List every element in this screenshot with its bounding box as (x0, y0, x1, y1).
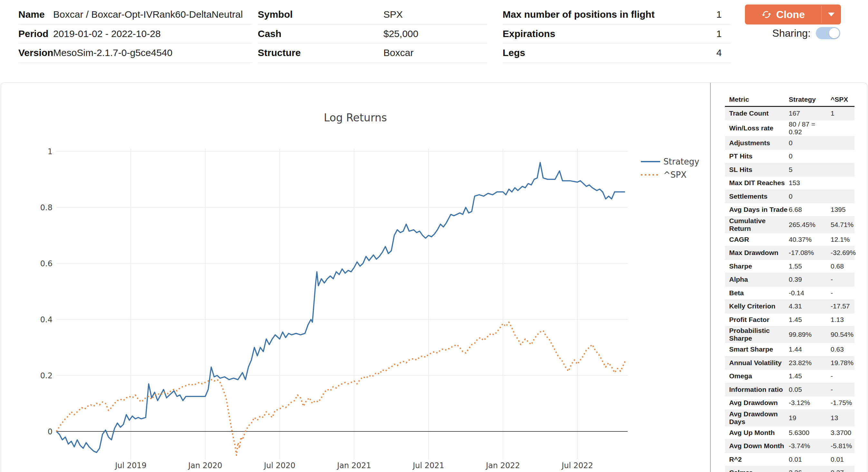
table-row: Smart Sharpe1.440.63 (725, 343, 855, 357)
metric-name: Omega (725, 370, 789, 383)
metric-value-strategy: 4.31 (789, 300, 831, 313)
content-panel: 00.20.40.60.81Jul 2019Jan 2020Jul 2020Ja… (1, 82, 867, 472)
sharing-toggle[interactable] (816, 27, 840, 39)
metric-value-strategy: 0 (789, 150, 831, 163)
x-tick-label: Jan 2022 (485, 461, 520, 470)
table-row: PT Hits0 (725, 150, 855, 163)
metric-name: Avg Days in Trade (725, 203, 789, 217)
header: Name Boxcar / Boxcar-Opt-IVRank60-DeltaN… (0, 0, 868, 82)
metrics-col-spx: ^SPX (831, 96, 855, 107)
structure-value: Boxcar (383, 47, 413, 58)
metric-value-strategy: 5.6300 (789, 426, 831, 439)
legend-item-strategy[interactable]: Strategy (641, 157, 699, 166)
chart-title: Log Returns (324, 111, 387, 124)
table-row: Max DIT Reaches153 (725, 176, 855, 190)
metric-value-spx: 0.01 (831, 453, 855, 466)
metric-value-strategy: 99.89% (789, 327, 831, 343)
sharing-control: Sharing: (754, 26, 840, 40)
max-positions-label: Max number of positions in flight (503, 9, 655, 20)
metric-name: Kelly Criterion (725, 300, 789, 313)
max-positions-value: 1 (716, 9, 731, 20)
metric-value-spx (831, 136, 855, 150)
table-row: Cumulative Return265.45%54.71% (725, 216, 855, 233)
metric-name: Information ratio (725, 383, 789, 396)
table-row: Probabilistic Sharpe99.89%90.54% (725, 327, 855, 343)
table-row: Win/Loss rate80 / 87 = 0.92 (725, 120, 855, 136)
metric-value-strategy: 0 (789, 136, 831, 150)
info-row-period: Period 2019-01-02 - 2022-10-28 (19, 25, 252, 44)
version-value: MesoSim-2.1.7-0-g5ce4540 (53, 47, 173, 58)
metric-value-strategy: 5 (789, 163, 831, 176)
metric-name: Avg Up Month (725, 426, 789, 439)
table-row: Annual Volatility23.82%19.78% (725, 356, 855, 370)
table-row: Alpha0.39- (725, 273, 855, 286)
metric-value-strategy: 80 / 87 = 0.92 (789, 120, 831, 136)
table-row: Omega1.45- (725, 370, 855, 383)
backtest-results-page: Name Boxcar / Boxcar-Opt-IVRank60-DeltaN… (0, 0, 868, 472)
table-row: Avg Down Month-3.74%-5.81% (725, 439, 855, 453)
symbol-value: SPX (383, 9, 403, 20)
info-row-expirations: Expirations 1 (503, 25, 731, 44)
expirations-value: 1 (716, 28, 731, 39)
metric-value-spx: 1.13 (831, 313, 855, 327)
table-row: Max Drawdown-17.08%-32.69% (725, 246, 855, 260)
metric-value-spx: -17.57 (831, 300, 855, 313)
metric-name: Trade Count (725, 107, 789, 120)
metric-value-strategy: 0.39 (789, 273, 831, 286)
clone-button-label: Clone (776, 9, 805, 21)
metric-value-strategy: -3.74% (789, 439, 831, 453)
structure-label: Structure (258, 47, 383, 58)
cash-label: Cash (258, 28, 383, 39)
table-row: Calmar2.360.37 (725, 466, 855, 472)
metrics-col-metric: Metric (725, 96, 789, 107)
metric-value-spx: 0.63 (831, 343, 855, 357)
panel-divider[interactable] (710, 83, 711, 472)
info-row-max-positions: Max number of positions in flight 1 (503, 5, 731, 25)
metric-value-spx: - (831, 273, 855, 286)
metric-name: Win/Loss rate (725, 120, 789, 136)
metric-value-strategy: -17.08% (789, 246, 831, 260)
series-line-spx (56, 322, 625, 455)
info-group-left: Name Boxcar / Boxcar-Opt-IVRank60-DeltaN… (19, 5, 252, 63)
metric-value-spx: 90.54% (831, 327, 855, 343)
log-returns-chart: 00.20.40.60.81Jul 2019Jan 2020Jul 2020Ja… (1, 83, 711, 472)
chart-legend[interactable]: Strategy^SPX (641, 157, 699, 180)
name-label: Name (19, 9, 53, 20)
chart-gridlines (56, 149, 628, 460)
metric-value-spx: 19.78% (831, 356, 855, 370)
clone-button[interactable]: Clone (745, 4, 841, 25)
metric-name: Beta (725, 286, 789, 300)
metric-value-spx: 3.3700 (831, 426, 855, 439)
legend-item-spx[interactable]: ^SPX (641, 170, 687, 180)
clone-dropdown-button[interactable] (822, 4, 841, 25)
metric-value-strategy: 6.68 (789, 203, 831, 217)
metric-value-strategy: -0.14 (789, 286, 831, 300)
metric-name: Settlements (725, 190, 789, 203)
metric-name: Adjustments (725, 136, 789, 150)
metric-value-strategy: 19 (789, 409, 831, 426)
info-group-middle: Symbol SPX Cash $25,000 Structure Boxcar (258, 5, 487, 63)
metric-value-strategy: 40.37% (789, 233, 831, 246)
metric-name: Sharpe (725, 260, 789, 273)
clone-button-main[interactable]: Clone (745, 4, 821, 25)
table-row: Beta-0.14- (725, 286, 855, 300)
metric-name: SL Hits (725, 163, 789, 176)
metric-name: R^2 (725, 453, 789, 466)
metric-value-strategy: 265.45% (789, 216, 831, 233)
metric-name: Max DIT Reaches (725, 176, 789, 190)
metric-name: Profit Factor (725, 313, 789, 327)
metric-name: Avg Drawdown (725, 396, 789, 410)
info-row-cash: Cash $25,000 (258, 25, 487, 44)
y-tick-label: 1 (48, 147, 53, 156)
metric-name: Smart Sharpe (725, 343, 789, 357)
metric-value-strategy: 23.82% (789, 356, 831, 370)
table-row: Avg Drawdown Days1913 (725, 409, 855, 426)
metric-value-strategy: 153 (789, 176, 831, 190)
clone-icon (761, 9, 772, 20)
y-tick-label: 0.6 (40, 259, 53, 268)
x-tick-label: Jul 2022 (561, 461, 593, 470)
y-tick-label: 0.8 (40, 203, 53, 212)
period-value: 2019-01-02 - 2022-10-28 (53, 28, 161, 39)
table-row: R^20.010.01 (725, 453, 855, 466)
table-row: CAGR40.37%12.1% (725, 233, 855, 246)
